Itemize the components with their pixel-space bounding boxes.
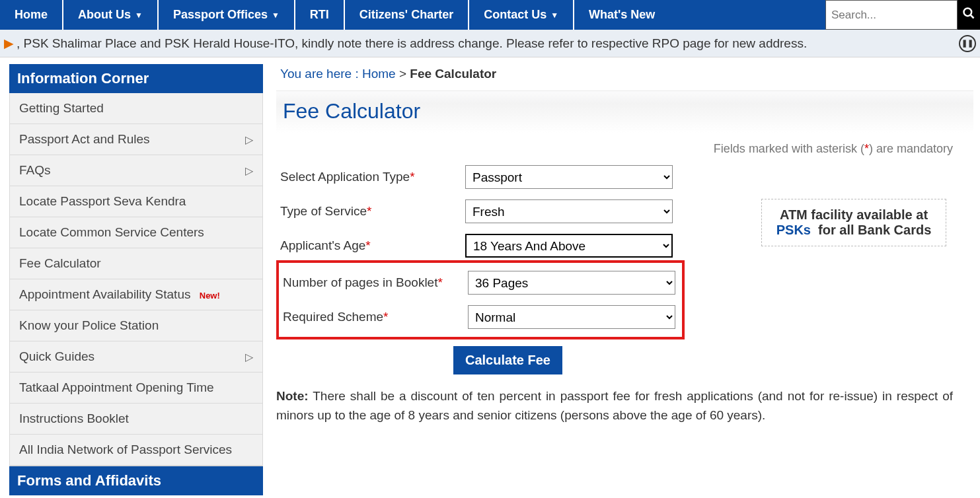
news-ticker: ▶ , PSK Shalimar Place and PSK Herald Ho… <box>0 30 980 57</box>
sidebar: Information Corner Getting StartedPasspo… <box>9 64 263 495</box>
ticker-text: , PSK Shalimar Place and PSK Herald Hous… <box>17 36 807 51</box>
breadcrumb-prefix: You are here : <box>280 67 362 81</box>
sidebar-heading-forms: Forms and Affidavits <box>9 466 263 495</box>
top-nav: Home About Us▼ Passport Offices▼ RTI Cit… <box>0 0 980 30</box>
nav-label: Contact Us <box>484 8 547 22</box>
select-applicants-age[interactable]: 18 Years And Above <box>465 234 673 258</box>
select-required-scheme[interactable]: Normal <box>468 305 675 329</box>
label-type-of-service: Type of Service* <box>280 204 465 219</box>
sidebar-item-label: Fee Calculator <box>19 256 101 270</box>
breadcrumb-current: Fee Calculator <box>410 67 496 81</box>
chevron-down-icon: ▼ <box>272 11 280 20</box>
chevron-down-icon: ▼ <box>550 11 558 20</box>
sidebar-item-label: Getting Started <box>19 101 104 115</box>
breadcrumb: You are here : Home > Fee Calculator <box>276 64 973 90</box>
label-applicants-age: Applicant's Age* <box>280 238 465 253</box>
nav-about-us[interactable]: About Us▼ <box>63 0 159 30</box>
page-title: Fee Calculator <box>276 90 973 133</box>
row-booklet-pages: Number of pages in Booklet* 36 Pages <box>283 266 679 300</box>
new-badge: New! <box>200 291 220 301</box>
sidebar-item-passport-act-and-rules[interactable]: Passport Act and Rules▷ <box>10 124 262 155</box>
sidebar-item-faqs[interactable]: FAQs▷ <box>10 155 262 186</box>
highlighted-section: Number of pages in Booklet* 36 Pages Req… <box>276 260 685 339</box>
sidebar-list: Getting StartedPassport Act and Rules▷FA… <box>9 93 263 466</box>
sidebar-item-label: FAQs <box>19 163 51 177</box>
sidebar-item-label: Locate Common Service Centers <box>19 225 204 239</box>
sidebar-item-tatkaal-appointment-opening-time[interactable]: Tatkaal Appointment Opening Time <box>10 373 262 404</box>
nav-citizens-charter[interactable]: Citizens' Charter <box>345 0 469 30</box>
breadcrumb-sep: > <box>396 67 410 81</box>
chevron-down-icon: ▼ <box>135 11 143 20</box>
main-content: You are here : Home > Fee Calculator Fee… <box>263 64 973 439</box>
sidebar-item-fee-calculator[interactable]: Fee Calculator <box>10 248 262 279</box>
sidebar-item-locate-passport-seva-kendra[interactable]: Locate Passport Seva Kendra <box>10 186 262 217</box>
nav-whats-new[interactable]: What's New <box>574 0 669 30</box>
select-type-of-service[interactable]: Fresh <box>465 199 673 223</box>
sidebar-item-appointment-availability-status[interactable]: Appointment Availability Status New! <box>10 279 262 310</box>
nav-label: About Us <box>78 8 131 22</box>
sidebar-item-label: Tatkaal Appointment Opening Time <box>19 380 214 394</box>
sidebar-item-label: All India Network of Passport Services <box>19 443 232 456</box>
svg-point-0 <box>964 9 972 17</box>
svg-line-1 <box>971 15 974 18</box>
row-required-scheme: Required Scheme* Normal <box>283 300 679 334</box>
sidebar-item-label: Quick Guides <box>19 349 94 363</box>
label-required-scheme: Required Scheme* <box>283 310 468 324</box>
psk-link[interactable]: PSKs <box>776 223 811 237</box>
nav-contact-us[interactable]: Contact Us▼ <box>469 0 574 30</box>
sidebar-item-instructions-booklet[interactable]: Instructions Booklet <box>10 404 262 435</box>
sidebar-item-label: Instructions Booklet <box>19 411 129 425</box>
sidebar-item-getting-started[interactable]: Getting Started <box>10 93 262 124</box>
search-button[interactable] <box>958 0 980 30</box>
sidebar-item-label: Appointment Availability Status <box>19 287 190 301</box>
nav-passport-offices[interactable]: Passport Offices▼ <box>159 0 295 30</box>
pause-icon[interactable]: ❚❚ <box>959 35 976 52</box>
atm-info-box: ATM facility available at PSKs for all B… <box>761 199 946 246</box>
calculate-fee-button[interactable]: Calculate Fee <box>453 346 562 374</box>
mandatory-note: Fields marked with asterisk (*) are mand… <box>276 133 957 160</box>
chevron-right-icon: ▷ <box>245 133 253 146</box>
select-booklet-pages[interactable]: 36 Pages <box>468 271 675 295</box>
search-icon <box>962 7 975 23</box>
sidebar-item-know-your-police-station[interactable]: Know your Police Station <box>10 310 262 341</box>
select-application-type[interactable]: Passport <box>465 165 673 189</box>
sidebar-item-all-india-network-of-passport-services[interactable]: All India Network of Passport Services <box>10 435 262 466</box>
sidebar-item-label: Locate Passport Seva Kendra <box>19 194 186 208</box>
label-booklet-pages: Number of pages in Booklet* <box>283 275 468 290</box>
note-text: Note: There shall be a discount of ten p… <box>276 384 957 439</box>
breadcrumb-home-link[interactable]: Home <box>362 67 396 81</box>
sidebar-heading-info: Information Corner <box>9 64 263 93</box>
sidebar-item-quick-guides[interactable]: Quick Guides▷ <box>10 341 262 373</box>
nav-home[interactable]: Home <box>0 0 63 30</box>
search-input[interactable] <box>825 0 958 30</box>
nav-label: Passport Offices <box>173 8 268 22</box>
play-icon: ▶ <box>4 36 14 51</box>
nav-rti[interactable]: RTI <box>295 0 345 30</box>
sidebar-item-label: Passport Act and Rules <box>19 132 150 146</box>
chevron-right-icon: ▷ <box>245 164 253 177</box>
chevron-right-icon: ▷ <box>245 351 253 363</box>
sidebar-item-label: Know your Police Station <box>19 318 159 332</box>
search-wrap <box>825 0 980 30</box>
row-application-type: Select Application Type* Passport <box>276 160 957 194</box>
label-application-type: Select Application Type* <box>280 170 465 184</box>
sidebar-item-locate-common-service-centers[interactable]: Locate Common Service Centers <box>10 217 262 248</box>
